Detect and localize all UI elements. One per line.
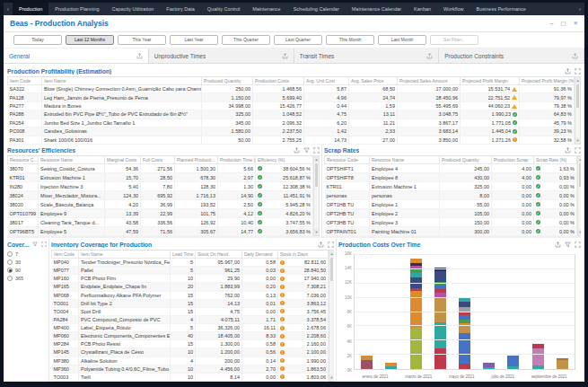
table-row[interactable]: OPTSHIFT8Employee 8430,004,00✓0,93 % xyxy=(325,173,577,182)
bar-2[interactable] xyxy=(385,255,397,369)
filter-button-last-month[interactable]: Last Month xyxy=(378,35,426,45)
expand-icon[interactable] xyxy=(575,68,581,75)
coverage-option-30[interactable]: 30 xyxy=(7,259,47,265)
column-header-production-costs[interactable]: Production Costs xyxy=(253,77,304,85)
table-row[interactable]: OPT2HB TUEmployee 2105,000,00✓0,00 % xyxy=(325,209,577,218)
column-header-resource-name[interactable]: Resource Name xyxy=(39,156,105,164)
column-header-item-name[interactable]: Item Name xyxy=(42,77,202,85)
expand-icon[interactable] xyxy=(313,147,320,154)
bar-1[interactable] xyxy=(361,255,373,369)
coverage-option-365[interactable]: 365 xyxy=(7,276,47,281)
radio-icon[interactable] xyxy=(7,251,13,257)
minimize-button[interactable]: – xyxy=(550,20,554,27)
filter-button-set-filter[interactable]: Set Filter... xyxy=(430,35,478,45)
column-header-avg-unit-cost[interactable]: Avg. Unit Cost xyxy=(304,77,349,85)
table-row[interactable]: MP040Tender Trockniger_Presunto Nórdica_… xyxy=(52,259,329,267)
column-header-produced-quantity[interactable]: Produced Quantity xyxy=(202,77,253,85)
table-row[interactable]: OPTPAINT01Painting Machine 01300,000,00✓… xyxy=(325,227,577,236)
table-row[interactable]: KTR01Extrusion Machine 1325,000,00✓0,00 … xyxy=(325,182,577,191)
bar-9[interactable] xyxy=(557,255,568,369)
radio-icon[interactable] xyxy=(7,268,13,273)
bar-4[interactable] xyxy=(434,255,446,369)
table-row[interactable]: MP077Pallet5961,250,03!28.840,50 xyxy=(52,267,329,275)
export-icon[interactable] xyxy=(565,68,571,75)
radio-icon[interactable] xyxy=(7,276,13,281)
table-row[interactable]: OPTSHIFT1Employee 4245,004,00✓1,63 % xyxy=(325,164,577,173)
column-header-production-time[interactable]: Production Time (... xyxy=(218,156,256,164)
filter-button-last-year[interactable]: Last Year xyxy=(170,35,218,45)
export-icon[interactable] xyxy=(572,53,578,59)
table-row[interactable]: OPT96BT5Employee 547,5971,56305,6714,77✓… xyxy=(8,227,313,236)
column-header-lead-time[interactable]: Lead Time xyxy=(171,251,196,259)
filter-icon[interactable] xyxy=(303,147,310,154)
table-row[interactable]: IN280Injection Machine 35,407,80128,301,… xyxy=(8,182,313,191)
bar-7[interactable] xyxy=(507,255,519,369)
export-icon[interactable] xyxy=(294,147,300,154)
table-row[interactable]: MP380Alkaline Solution4200,000,14!1.990,… xyxy=(52,356,329,365)
column-header-avg-sales-price[interactable]: Avg. Sales Price xyxy=(349,77,398,85)
column-header-marginal-costs[interactable]: Marginal Costs xyxy=(105,156,141,164)
table-row[interactable]: PA277Madura in Bones34.998,0015.426,770,… xyxy=(8,101,575,110)
column-header-stock-on-hand[interactable]: Stock On Hand xyxy=(196,251,242,259)
menu-item-scheduling-calendar[interactable]: Scheduling Calendar xyxy=(287,3,346,15)
column-header-item-code[interactable]: Item Code xyxy=(8,77,42,85)
table-row[interactable]: PA284PVC Compound_Composto de PVC44.075,… xyxy=(52,315,329,323)
coverage-option-7[interactable]: 7 xyxy=(7,251,47,257)
column-header-item-code[interactable]: Item Code xyxy=(52,251,79,259)
menu-item-factory-data[interactable]: Factory Data xyxy=(160,3,200,15)
scrollbar[interactable]: ▲▼ xyxy=(577,155,581,236)
expand-icon[interactable] xyxy=(328,242,334,248)
column-header-produced-quantity[interactable]: Produced Quantity xyxy=(440,156,492,164)
table-row[interactable]: 38070Sewing_Cosido_Costura54,36271,561.5… xyxy=(8,164,313,173)
table-row[interactable]: MP284PCB Photo Resist151.300,000,58!2.16… xyxy=(52,340,329,348)
table-row[interactable]: PA301Shark 100/06 100/01650,002.755,2514… xyxy=(8,136,575,144)
table-row[interactable]: MP068Perfluoroalkoxy Alkane PFA Polymer1… xyxy=(52,291,329,299)
menu-item-quality-control[interactable]: Quality Control xyxy=(201,3,246,15)
column-header-projected-profit-margin[interactable]: Projected Profit Margin xyxy=(461,77,520,85)
column-header-resource-c[interactable]: Resource C... xyxy=(8,156,39,164)
table-row[interactable]: 38020Scale_Báscula_Balança4,2036,99193,5… xyxy=(8,200,313,209)
table-row[interactable]: OPT1HB TUEmployee 155,000,00✓0,00 % xyxy=(325,200,577,209)
table-row[interactable]: MP400Label_Etiqueta_Rótulo536.326,0016,1… xyxy=(52,324,329,332)
table-row[interactable]: 38024Mixer_Mezclador_Mistura...124,30695… xyxy=(8,191,313,200)
table-row[interactable]: 38017Cleaning Tank_Tanque d...43,58336,5… xyxy=(8,218,313,227)
export-icon[interactable] xyxy=(565,147,571,154)
table-row[interactable]: PA254Jumbo Bed Size 1_Jumbo Cão Tamaño 1… xyxy=(8,119,575,127)
table-row[interactable]: MP160PCB Photo Film1029,900,00!17.940,00 xyxy=(52,275,329,283)
table-row[interactable]: PC008Candies_Golosinas1.580,002.237,501,… xyxy=(8,128,575,136)
close-button[interactable]: ✕ xyxy=(574,20,578,27)
menu-item-production[interactable]: Production xyxy=(13,3,48,15)
bar-6[interactable] xyxy=(483,255,495,369)
column-header-item-name[interactable]: Item Name xyxy=(79,251,171,259)
export-icon[interactable] xyxy=(136,53,143,59)
radio-icon[interactable] xyxy=(7,259,13,265)
export-icon[interactable] xyxy=(426,53,433,59)
maximize-button[interactable]: ▢ xyxy=(560,20,566,27)
table-row[interactable]: PA128Leg Ham_Jamón de Pierna_Presunto de… xyxy=(8,93,575,101)
table-row[interactable]: OPT3HB TUEmployee 3150,000,00✓0,00 % xyxy=(325,218,577,227)
expand-icon[interactable] xyxy=(575,242,581,248)
filter-icon[interactable] xyxy=(565,242,571,248)
table-row[interactable]: KTR01Extrusion Machine 115,7028,50678,30… xyxy=(8,173,313,182)
tab-general[interactable]: General xyxy=(4,48,149,63)
tab-production-constraints[interactable]: Production Constraints xyxy=(439,48,584,63)
scrollbar[interactable]: ▲▼ xyxy=(575,76,581,145)
column-header-resource-code[interactable]: Resource Code xyxy=(325,156,370,164)
expand-icon[interactable] xyxy=(41,242,47,247)
nav-left-icon[interactable]: ‹ xyxy=(4,3,13,15)
scrollbar[interactable]: ▲▼ xyxy=(313,155,320,236)
table-row[interactable]: MP060Electronic Components_Componentes E… xyxy=(52,332,329,340)
column-header-efficiency[interactable]: Efficiency (%) xyxy=(256,156,313,164)
column-header-projected-sales-amount[interactable]: Projected Sales Amount xyxy=(398,77,461,85)
column-header-planned-producti[interactable]: Planned Producti... xyxy=(175,156,218,164)
bar-3[interactable] xyxy=(410,255,422,369)
nav-right-icon[interactable]: › xyxy=(575,3,584,15)
column-header-scrap-rate[interactable]: Scrap Rate (%) xyxy=(534,156,577,164)
table-row[interactable]: TO001Drill bit Type 21514,130,01!3.863,1… xyxy=(52,299,329,307)
table-row[interactable]: TO003Twill108,140,00!1.803,06 xyxy=(52,373,329,381)
table-row[interactable]: PA288Extruded 6in PVC Pipe Ø½"_Tubo de P… xyxy=(8,110,575,119)
menu-item-workflow[interactable]: Workflow xyxy=(437,3,470,15)
menu-item-maintenance-calendar[interactable]: Maintenance Calendar xyxy=(346,3,408,15)
filter-button-this-year[interactable]: This Year xyxy=(118,35,166,45)
filter-button-last-quarter[interactable]: Last Quarter xyxy=(274,35,322,45)
